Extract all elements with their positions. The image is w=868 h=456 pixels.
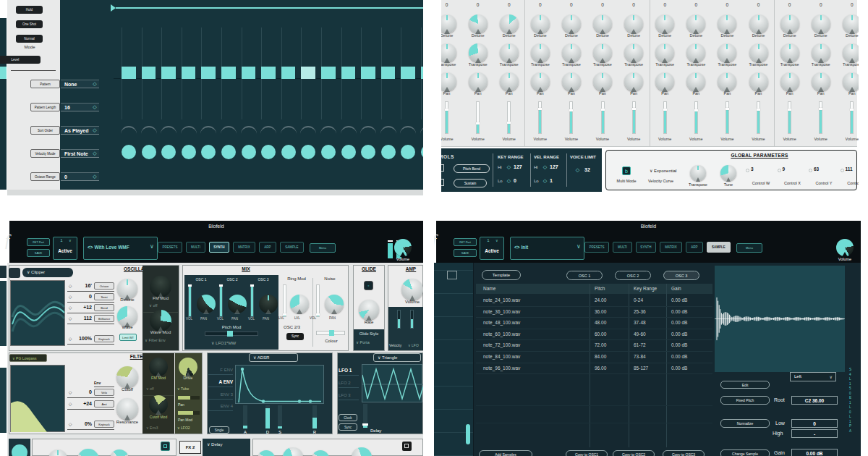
pan-knob[interactable] — [655, 72, 674, 91]
gain-field[interactable]: 0.00 dB — [791, 449, 838, 456]
arp-accent-dot[interactable] — [281, 145, 296, 159]
arp-step[interactable] — [221, 67, 236, 79]
volume-slider[interactable] — [788, 101, 791, 134]
noise-pan-knob[interactable] — [325, 295, 344, 313]
save-button[interactable]: SAVE — [27, 249, 50, 257]
global-tune-knob[interactable] — [720, 165, 736, 181]
noise-vol-slider[interactable] — [316, 284, 320, 317]
env-tab-3[interactable]: ENV 3 — [208, 390, 233, 400]
glide-toggle[interactable]: ◦ — [364, 281, 373, 290]
volume-slider[interactable] — [538, 101, 542, 134]
stepper-icon[interactable]: ◇ — [67, 314, 73, 323]
arp-accent-dot[interactable] — [142, 145, 156, 159]
cutoff-mod-select[interactable]: ∨ Env3 — [146, 426, 171, 431]
stepper-icon[interactable]: ◇ — [91, 103, 98, 111]
arp-step[interactable] — [182, 67, 196, 79]
cutoff-mod-knob[interactable] — [149, 395, 168, 414]
arp-accent-dot[interactable] — [242, 145, 256, 159]
tab-matrix[interactable]: MATRIX — [233, 242, 255, 253]
fixed-pitch-button[interactable]: Fixed Pitch — [720, 396, 770, 405]
drive-type-select[interactable]: ∨ Tube — [177, 387, 199, 392]
detune-knob[interactable] — [531, 14, 550, 33]
osc-param-label[interactable]: Semi — [94, 293, 114, 300]
arp-accent-dot[interactable] — [182, 145, 196, 159]
arp-mode-button[interactable]: Hold — [16, 6, 43, 14]
pan-knob[interactable] — [843, 72, 859, 91]
amp-mod-slider[interactable] — [410, 310, 414, 329]
clock-button[interactable]: Clock — [339, 414, 357, 421]
high-field[interactable]: - — [791, 429, 838, 438]
arp-step[interactable] — [361, 67, 375, 79]
arp-step[interactable] — [381, 67, 396, 79]
volume-slider[interactable] — [819, 101, 822, 134]
arp-step[interactable] — [161, 67, 176, 79]
env-tab-2[interactable]: A ENV — [208, 378, 233, 387]
transpose-knob[interactable] — [780, 43, 799, 62]
pitch-bend-button[interactable]: Pitch Bend — [454, 164, 490, 173]
detune-knob[interactable] — [843, 14, 859, 33]
env-slider-S[interactable] — [278, 405, 282, 428]
pan-mod-slider[interactable] — [178, 411, 200, 415]
osc-detune-knob[interactable] — [117, 279, 137, 299]
transpose-knob[interactable] — [593, 43, 612, 62]
detune-knob[interactable] — [624, 14, 643, 33]
change-sample-button[interactable]: Change Sample — [720, 449, 770, 456]
lfo-sync-button[interactable]: Sync — [339, 423, 357, 431]
init-part-button[interactable]: INIT Part — [454, 238, 477, 246]
detune-knob[interactable] — [780, 14, 799, 33]
osc-tab-3[interactable]: OSC 3 — [663, 271, 699, 280]
arp-step[interactable] — [401, 67, 415, 79]
multi-mode-toggle[interactable]: b — [622, 166, 631, 175]
arp-mode-button[interactable]: One Shot — [16, 20, 43, 28]
fm-mod-knob[interactable] — [150, 276, 171, 297]
wave-mod-source-select[interactable]: ∨ Filter Env — [145, 338, 178, 345]
menu-button[interactable]: Menu — [310, 243, 336, 253]
tab-matrix[interactable]: MATRIX — [660, 242, 682, 253]
pan-knob[interactable] — [780, 72, 799, 91]
pitch-mod-source-select[interactable]: ∨ LFO1*MW — [211, 340, 252, 347]
limit-wt-button[interactable]: Limit WT — [119, 334, 137, 341]
scrollbar-thumb[interactable] — [466, 424, 470, 444]
stepper-icon[interactable]: ◇ — [506, 164, 512, 172]
tab-presets[interactable]: PRESETS — [158, 242, 182, 253]
tab-sample[interactable]: SAMPLE — [280, 242, 304, 253]
arp-step[interactable] — [301, 67, 315, 79]
arp-step[interactable] — [201, 67, 216, 79]
stepper-icon[interactable]: ◇ — [91, 80, 98, 88]
tab-synth[interactable]: SYNTH — [636, 242, 656, 253]
arp-step[interactable] — [261, 67, 276, 79]
footer-button[interactable]: Copy to OSC2 — [613, 450, 655, 456]
fx-knob[interactable] — [12, 444, 27, 456]
transpose-knob[interactable] — [624, 43, 643, 62]
stepper-icon[interactable]: ◇ — [67, 388, 73, 397]
footer-button[interactable]: Copy to OSC3 — [663, 450, 705, 456]
volume-slider[interactable] — [757, 101, 760, 134]
volume-slider[interactable] — [476, 101, 480, 134]
arp-step[interactable] — [281, 67, 296, 79]
stepper-icon[interactable]: ◇ — [67, 334, 73, 343]
tab-arp[interactable]: ARP — [259, 242, 276, 253]
transpose-knob[interactable] — [812, 43, 830, 62]
pan-knob[interactable] — [531, 72, 550, 91]
mix-pan-knob[interactable] — [228, 295, 247, 313]
env-slider-R[interactable] — [312, 405, 317, 428]
stepper-icon[interactable]: ◇ — [542, 164, 548, 172]
amp-volume-knob[interactable] — [401, 279, 423, 300]
resonance-knob[interactable] — [116, 398, 138, 420]
stepper-icon[interactable]: ◇ — [67, 292, 73, 301]
low-field[interactable]: 0 — [791, 419, 838, 428]
filter-type-select[interactable]: ∨ PG Lowpass — [9, 354, 47, 362]
arp-step[interactable] — [122, 67, 136, 79]
filter-pan-slider[interactable] — [178, 396, 200, 400]
arp-accent-dot[interactable] — [122, 145, 136, 159]
sustain-button[interactable]: Sustain — [454, 179, 487, 187]
filter-param-label[interactable]: Velo — [94, 389, 114, 396]
osc-wave-knob[interactable] — [117, 306, 137, 326]
menu-button[interactable]: Menu — [736, 243, 762, 253]
detune-knob[interactable] — [562, 14, 581, 33]
pan-knob[interactable] — [624, 72, 643, 91]
volume-slider[interactable] — [569, 101, 573, 134]
mix-vol-slider[interactable] — [188, 284, 192, 317]
mix-pan-knob[interactable] — [197, 295, 216, 313]
pan-knob[interactable] — [469, 72, 488, 91]
